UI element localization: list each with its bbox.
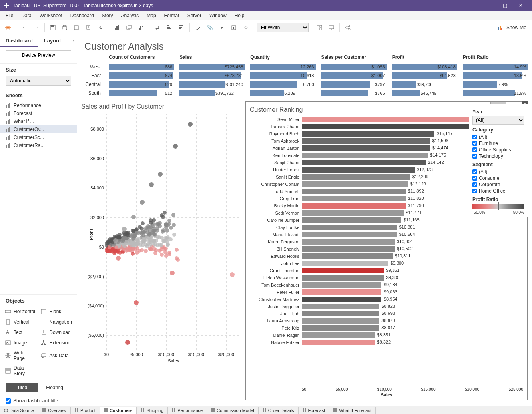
collapse-sidebar-icon[interactable]: ‹	[73, 38, 74, 43]
worksheet-tab[interactable]: Forecast	[299, 407, 330, 414]
scatter-point[interactable]	[158, 172, 163, 177]
floating-button[interactable]: Floating	[38, 383, 71, 392]
sort-asc-button[interactable]	[164, 22, 175, 33]
scatter-point[interactable]	[155, 229, 159, 233]
scatter-point[interactable]	[140, 240, 144, 244]
segment-check[interactable]	[472, 169, 477, 174]
menu-format[interactable]: Format	[160, 12, 183, 19]
scatter-point[interactable]	[167, 251, 171, 255]
ranking-row[interactable]: Helen Wasserman$9,300	[250, 274, 523, 281]
duplicate-button[interactable]	[124, 22, 135, 33]
summary-bar[interactable]: 674	[109, 71, 174, 80]
totals-dropdown[interactable]: ▾	[216, 22, 227, 33]
scatter-point[interactable]	[156, 235, 160, 239]
scatter-point[interactable]	[136, 231, 140, 235]
scatter-point[interactable]	[164, 254, 168, 258]
sheet-item[interactable]: What If ...	[0, 117, 77, 125]
summary-bar[interactable]: 13.5%	[463, 71, 528, 80]
scatter-point[interactable]	[149, 221, 153, 225]
scatter-point[interactable]	[141, 221, 145, 225]
scatter-point[interactable]	[113, 238, 118, 243]
sheet-item[interactable]: CustomerOv...	[0, 125, 77, 133]
undo-button[interactable]: ←	[19, 22, 30, 33]
object-blank[interactable]: Blank	[39, 307, 74, 316]
object-extension[interactable]: Extension	[39, 338, 74, 348]
summary-bar[interactable]: $501,240	[179, 80, 245, 89]
worksheet-tab[interactable]: Customers	[100, 407, 137, 414]
segment-check[interactable]	[472, 176, 477, 181]
summary-bar[interactable]: $797	[321, 80, 387, 89]
worksheet-tab[interactable]: Order Details	[259, 407, 299, 414]
scatter-point[interactable]	[116, 256, 121, 261]
summary-bar[interactable]: $725,458	[179, 62, 245, 71]
cards-button[interactable]	[314, 22, 325, 33]
ranking-row[interactable]: Bill Shonely$10,502	[250, 245, 523, 253]
scatter-point[interactable]	[169, 226, 173, 230]
menu-data[interactable]: Data	[17, 12, 35, 19]
worksheet-tab[interactable]: Performance	[168, 407, 207, 414]
menu-analysis[interactable]: Analysis	[117, 12, 143, 19]
swap-button[interactable]: ⇄	[152, 22, 163, 33]
object-text[interactable]: AText	[3, 328, 37, 337]
scatter-point[interactable]	[188, 122, 193, 127]
scatter-point[interactable]	[144, 249, 148, 253]
ranking-row[interactable]: Joe Elijah$8,698	[250, 310, 523, 317]
scatter-point[interactable]	[122, 227, 127, 231]
scatter-point[interactable]	[144, 243, 148, 247]
scatter-point[interactable]	[170, 271, 175, 275]
sheet-item[interactable]: CustomerRa...	[0, 141, 77, 149]
summary-bar[interactable]: 686	[109, 62, 174, 71]
summary-bar[interactable]: 8,780	[250, 80, 315, 89]
menu-window[interactable]: Window	[205, 12, 231, 19]
category-check[interactable]	[472, 154, 477, 159]
scatter-point[interactable]	[125, 340, 130, 345]
menu-worksheet[interactable]: Worksheet	[36, 12, 66, 19]
clear-button[interactable]	[135, 22, 147, 33]
sheet-item[interactable]: Performance	[0, 102, 77, 109]
worksheet-tab[interactable]: Data Source	[0, 407, 38, 414]
show-me-button[interactable]: Show Me	[494, 24, 530, 31]
scatter-point[interactable]	[113, 249, 117, 253]
sort-desc-button[interactable]	[176, 22, 187, 33]
sheet-item[interactable]: Forecast	[0, 109, 77, 117]
ranking-row[interactable]: Karen Ferguson$10,604	[250, 238, 523, 245]
scatter-point[interactable]	[149, 182, 154, 187]
object-navigation[interactable]: Navigation	[39, 317, 74, 327]
scatter-point[interactable]	[175, 256, 179, 260]
scatter-point[interactable]	[175, 248, 179, 252]
summary-bar[interactable]: $46,749	[392, 89, 457, 98]
size-select[interactable]: Automatic	[6, 76, 71, 86]
scatter-point[interactable]	[172, 233, 176, 237]
scatter-point[interactable]	[230, 272, 235, 277]
scatter-point[interactable]	[151, 224, 155, 228]
scatter-point[interactable]	[163, 247, 167, 251]
scatter-point[interactable]	[173, 144, 178, 149]
category-check[interactable]	[472, 147, 477, 152]
refresh-dropdown[interactable]	[83, 22, 94, 33]
tableau-icon[interactable]	[2, 22, 14, 33]
summary-bar[interactable]: 10,618	[250, 71, 315, 80]
redo-button[interactable]: →	[31, 22, 42, 33]
device-preview-button[interactable]: Device Preview	[6, 50, 71, 60]
filters-drag-handle[interactable]	[490, 102, 506, 104]
summary-bar[interactable]: $108,418	[392, 62, 457, 71]
save-button[interactable]	[47, 22, 58, 33]
maximize-button[interactable]: ▢	[497, 0, 513, 11]
menu-story[interactable]: Story	[98, 12, 117, 19]
tab-dashboard[interactable]: Dashboard	[0, 35, 38, 47]
scatter-point[interactable]	[131, 237, 135, 241]
segment-check[interactable]	[472, 182, 477, 187]
category-check[interactable]	[472, 141, 477, 146]
scatter-point[interactable]	[121, 239, 125, 243]
worksheet-tab[interactable]: Product	[71, 407, 100, 414]
scatter-point[interactable]	[151, 231, 155, 235]
scatter-point[interactable]	[135, 246, 139, 250]
ranking-row[interactable]: John Lee$9,800	[250, 260, 523, 267]
ranking-row[interactable]: Maria Etezadi$10,664	[250, 231, 523, 238]
minimize-button[interactable]: ―	[481, 0, 497, 11]
scatter-point[interactable]	[134, 300, 139, 305]
menu-dashboard[interactable]: Dashboard	[66, 12, 98, 19]
color-legend[interactable]	[472, 204, 524, 209]
scatter-point[interactable]	[124, 240, 128, 244]
scatter-point[interactable]	[160, 213, 164, 217]
